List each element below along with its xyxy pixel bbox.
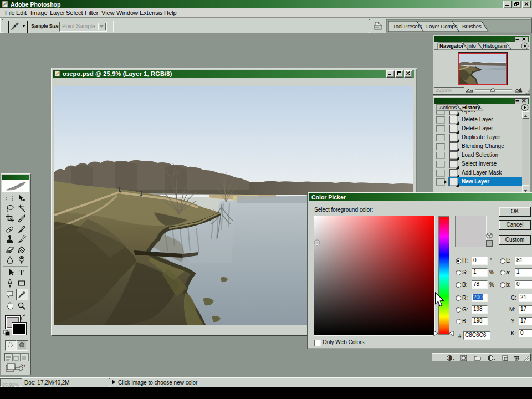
svg-text:Histogram: Histogram <box>483 43 507 49</box>
svg-text:T: T <box>19 269 24 277</box>
svg-text:Navigator: Navigator <box>439 43 464 49</box>
svg-text:Actions: Actions <box>439 104 457 110</box>
svg-text:Tool Presets: Tool Presets <box>393 23 422 29</box>
svg-text:Info: Info <box>467 43 476 49</box>
svg-text:Layer Comps: Layer Comps <box>426 23 458 29</box>
svg-text:History: History <box>462 104 480 110</box>
svg-text:Brushes: Brushes <box>462 23 482 29</box>
